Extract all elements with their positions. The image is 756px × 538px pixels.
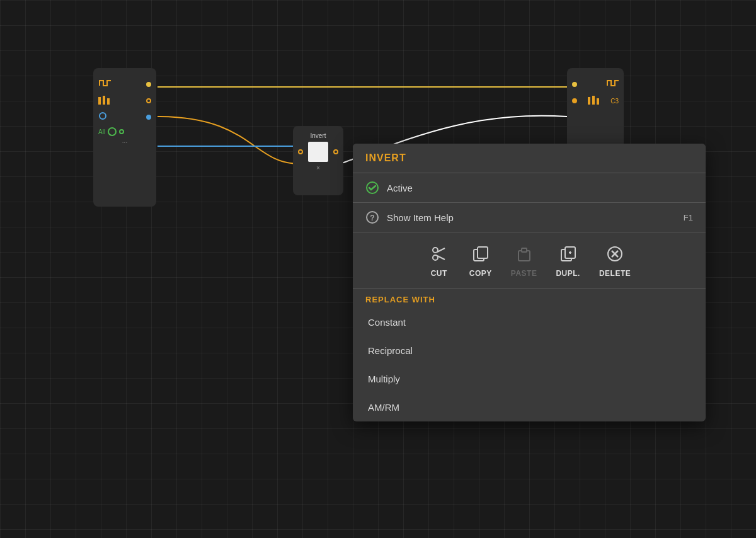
cut-button[interactable]: CUT	[428, 243, 450, 278]
svg-rect-19	[522, 248, 527, 252]
right-module: C3	[567, 68, 624, 150]
svg-point-5	[100, 113, 106, 119]
delete-button[interactable]: DELETE	[599, 243, 631, 278]
invert-output-port[interactable]	[333, 149, 338, 154]
cut-label: CUT	[431, 269, 447, 278]
svg-rect-7	[592, 96, 595, 105]
invert-body	[298, 142, 338, 162]
square-wave-icon-1	[98, 78, 111, 88]
svg-rect-2	[98, 97, 101, 105]
replace-item-amrm[interactable]: AM/RM	[353, 393, 706, 421]
replace-with-label: REPLACE WITH	[353, 289, 706, 308]
svg-point-13	[433, 255, 438, 260]
invert-title: Invert	[298, 132, 338, 139]
dupl-label: DUPL.	[556, 269, 580, 278]
context-menu: INVERT Active ? Show Item Help F1	[353, 144, 706, 421]
copy-icon	[469, 243, 492, 265]
duplicate-icon	[557, 243, 580, 265]
svg-rect-3	[103, 96, 105, 105]
module-row-1	[98, 78, 151, 91]
replace-item-multiply[interactable]: Multiply	[353, 365, 706, 393]
help-label: Show Item Help	[387, 212, 454, 223]
svg-text:?: ?	[370, 214, 374, 222]
output-port-all[interactable]	[119, 129, 124, 134]
delete-icon	[604, 243, 626, 265]
right-module-row-2: C3	[572, 94, 619, 107]
module-row-2	[98, 94, 151, 107]
input-port-right-1[interactable]	[572, 82, 577, 87]
svg-rect-8	[597, 98, 599, 105]
output-port-3[interactable]	[146, 115, 151, 120]
paste-button[interactable]: PASTE	[511, 243, 537, 278]
svg-rect-4	[107, 98, 110, 105]
active-label: Active	[387, 183, 413, 193]
output-port-2[interactable]	[146, 98, 151, 103]
check-icon	[365, 181, 379, 195]
invert-input-port[interactable]	[298, 149, 303, 154]
paste-label: PASTE	[511, 269, 537, 278]
circle-icon-1	[98, 111, 107, 121]
all-label: All	[98, 129, 105, 135]
right-module-row-1	[572, 78, 619, 91]
input-port-right-2[interactable]	[572, 98, 577, 103]
replace-item-constant[interactable]: Constant	[353, 308, 706, 336]
replace-item-reciprocal[interactable]: Reciprocal	[353, 336, 706, 365]
all-knob[interactable]	[108, 127, 117, 136]
menu-item-help[interactable]: ? Show Item Help F1	[353, 203, 706, 232]
c3-label: C3	[610, 98, 619, 105]
paste-icon	[513, 243, 536, 265]
invert-module: Invert ×	[293, 126, 343, 195]
module-dots: ...	[98, 137, 151, 144]
module-row-all: All	[98, 127, 151, 136]
svg-point-12	[433, 248, 438, 253]
menu-title: INVERT	[353, 144, 706, 173]
duplicate-button[interactable]: DUPL.	[556, 243, 580, 278]
help-shortcut: F1	[684, 213, 693, 222]
module-row-3	[98, 111, 151, 123]
svg-rect-6	[588, 97, 590, 105]
left-module: All ...	[93, 68, 156, 207]
action-buttons-row: CUT COPY PASTE	[353, 232, 706, 288]
question-icon: ?	[365, 210, 379, 224]
bars-icon-1	[98, 94, 110, 105]
copy-button[interactable]: COPY	[469, 243, 492, 278]
invert-display	[308, 142, 328, 162]
copy-label: COPY	[469, 269, 492, 278]
close-button[interactable]: ×	[298, 164, 338, 171]
svg-rect-17	[478, 247, 488, 258]
square-wave-icon-right-1	[606, 78, 619, 88]
output-port-1[interactable]	[146, 82, 151, 87]
delete-label: DELETE	[599, 269, 631, 278]
menu-item-active[interactable]: Active	[353, 173, 706, 202]
scissors-icon	[428, 243, 450, 265]
bars-icon-right	[588, 94, 599, 105]
